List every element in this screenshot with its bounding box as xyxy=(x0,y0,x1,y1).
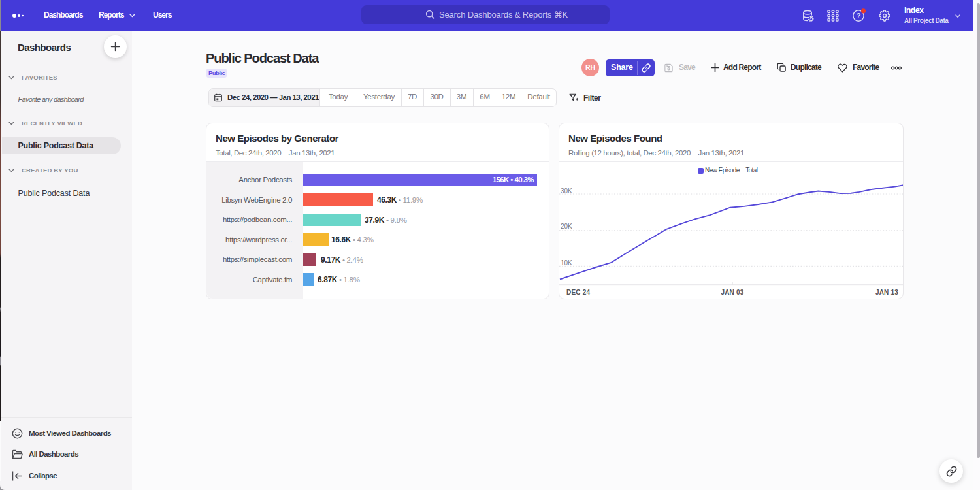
svg-text:JAN 03: JAN 03 xyxy=(721,289,743,296)
svg-text:20K: 20K xyxy=(561,223,572,230)
svg-text:DEC 24: DEC 24 xyxy=(566,289,590,296)
svg-text:30K: 30K xyxy=(561,188,572,195)
svg-text:?: ? xyxy=(857,12,861,20)
svg-text:JAN 13: JAN 13 xyxy=(875,289,898,296)
svg-text:10K: 10K xyxy=(561,259,572,267)
